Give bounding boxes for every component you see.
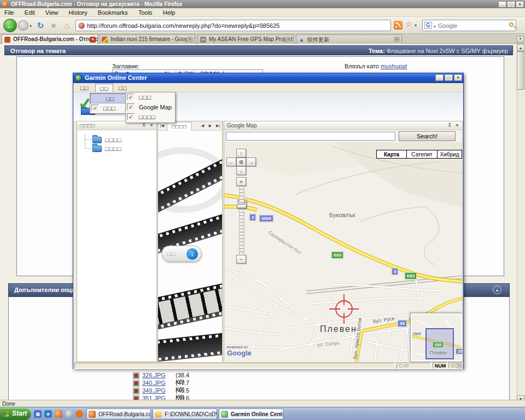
menu-file[interactable]: File [0,8,19,16]
restore-icon[interactable] [507,1,515,8]
scrollbar-thumb[interactable] [517,51,524,90]
rss-icon[interactable] [394,21,402,30]
map-search-input[interactable] [226,132,395,141]
garmin-menu-1[interactable]: □□ [76,84,93,92]
pan-down-button[interactable]: ↓ [236,166,246,175]
refresh-button[interactable] [35,20,46,31]
forward-button[interactable] [18,20,28,31]
submenu-item-3[interactable]: ✓ □□□□ [126,112,175,122]
engine-dropdown-icon[interactable]: ▾ [434,25,436,29]
search-magnifier-icon[interactable] [509,22,514,27]
attachment-link[interactable]: 349.JPG [142,387,166,394]
resize-grip[interactable] [457,363,463,369]
tab-close-icon[interactable] [285,37,291,43]
desktop: OFFRoad-Bulgaria.com - Отговор на дискус… [0,0,525,420]
tab-close-icon[interactable] [187,37,193,43]
firefox-menubar: File Edit View History Bookmarks Tools H… [0,8,525,17]
map-type-satellite[interactable]: Сателит [406,150,438,159]
scroll-up-icon[interactable]: ▲ [517,44,524,51]
quicklaunch-firefox-icon[interactable] [55,410,62,418]
page-scrollbar[interactable] [517,44,524,403]
garmin-window[interactable]: Garmin Online Center □□ □□ □□ □□□□ [73,73,464,369]
zoom-in-button[interactable]: + [236,177,246,186]
close-icon[interactable] [516,1,524,8]
zoom-slider-track[interactable] [239,186,244,255]
garmin-menu-3[interactable]: □□ [114,84,131,92]
task-label: F:\DOWNLOAD\CoDWa... [165,411,217,417]
tab-close-icon[interactable] [90,37,96,43]
menu-help[interactable]: Help [159,8,180,16]
url-dropdown-icon[interactable] [415,23,417,28]
map-canvas[interactable]: Буковлък нец Скопарьстен път Плевен бул.… [224,142,462,363]
minimize-icon[interactable] [498,1,506,8]
firefox-titlebar[interactable]: OFFRoad-Bulgaria.com - Отговор на дискус… [0,0,525,8]
pin-icon[interactable] [446,122,453,129]
task-explorer[interactable]: F:\DOWNLOAD\CoDWa... [153,409,217,419]
left-dock-panel: □□□□ □□□□ □□□□ [77,121,157,362]
back-button[interactable] [3,19,17,32]
map-type-hybrid[interactable]: Хибрид [437,150,462,159]
download-button[interactable]: □□ [161,246,202,262]
pan-up-button[interactable]: ↑ [236,149,246,158]
tab-last-icon[interactable]: ▶| [214,122,221,129]
collapse-icon[interactable] [493,285,501,294]
stop-button[interactable] [48,20,59,31]
tab-close-icon[interactable] [394,37,400,43]
pan-right-button[interactable]: → [246,158,256,166]
menu-bookmarks[interactable]: Bookmarks [94,8,132,16]
tab-next-icon[interactable]: ▶ [207,122,214,129]
home-button[interactable] [61,20,72,31]
garmin-menu-2[interactable]: □□ [95,84,113,92]
menu-view[interactable]: View [41,8,63,16]
start-button[interactable]: Start [0,408,31,420]
submenu-item-1[interactable]: ✓ □□□ [126,92,175,102]
center-content[interactable]: □□ [158,131,222,362]
tab-asean-gps[interactable]: nfn My ASEAN Free GPS Map Project • Vie.… [197,34,294,44]
pan-left-button[interactable]: ← [226,158,236,166]
submenu-item-google-map[interactable]: ✓ Google Map [126,102,175,112]
tab-software-update[interactable]: ▲ 软件更新 [296,34,402,44]
minimize-icon[interactable] [435,74,444,81]
close-icon[interactable] [454,74,462,81]
close-panel-icon[interactable] [148,122,155,129]
task-garmin[interactable]: Garmin Online Center [219,409,283,419]
close-panel-icon[interactable] [454,122,460,129]
pan-center-button[interactable]: ⊕ [236,158,246,166]
overview-minimap[interactable]: пия E83 Плевен 35 [411,313,462,361]
attachment-link[interactable]: 326.JPG [142,372,166,378]
attachment-link[interactable]: 340.JPG [142,380,166,386]
tab-list-button[interactable] [517,36,524,43]
maximize-icon[interactable] [445,74,453,81]
bookmark-star-icon[interactable] [405,20,412,28]
quicklaunch-app-icon[interactable] [75,410,83,418]
history-dropdown-icon[interactable] [30,24,32,28]
menu-history[interactable]: History [65,8,92,16]
menu-edit[interactable]: Edit [20,8,39,16]
quicklaunch-desktop-icon[interactable]: ▣ [34,410,42,418]
center-tab[interactable]: □□□□ [167,122,192,131]
task-firefox[interactable]: OFFRoad-Bulgaria.com - ... [86,409,151,419]
search-box[interactable]: G ▾ [422,20,516,31]
search-input[interactable] [438,21,504,30]
pin-icon[interactable] [141,122,147,129]
tab-prev-icon[interactable]: ◀ [199,122,206,129]
quicklaunch-player-icon[interactable] [65,410,73,418]
tab-favicon: nfn [200,37,206,43]
quicklaunch-ie-icon[interactable]: e [44,410,52,418]
tab-google-search[interactable]: Indian nuvi 215 firmware - Google търс..… [99,34,195,44]
username-link[interactable]: mushupat [381,63,407,69]
taskbar: Start ▣ e OFFRoad-Bulgaria.com - ... F:\… [0,407,525,420]
address-bar[interactable] [75,20,391,31]
map-type-map[interactable]: Карта [376,150,407,159]
garmin-titlebar[interactable]: Garmin Online Center [73,73,463,83]
tab-offroad[interactable]: OFFRoad-Bulgaria.com - Отговор... [2,34,98,44]
tab-first-icon[interactable]: |◀ [159,122,166,129]
url-input[interactable] [87,21,388,30]
left-panel-title: □□□□ [80,122,95,129]
task-label: Garmin Online Center [231,411,283,417]
google-engine-icon[interactable]: G [424,22,432,29]
zoom-slider-handle[interactable] [237,204,247,208]
map-search-button[interactable]: Search! [399,131,456,141]
menu-tools[interactable]: Tools [134,8,157,16]
zoom-out-button[interactable]: − [236,255,246,264]
